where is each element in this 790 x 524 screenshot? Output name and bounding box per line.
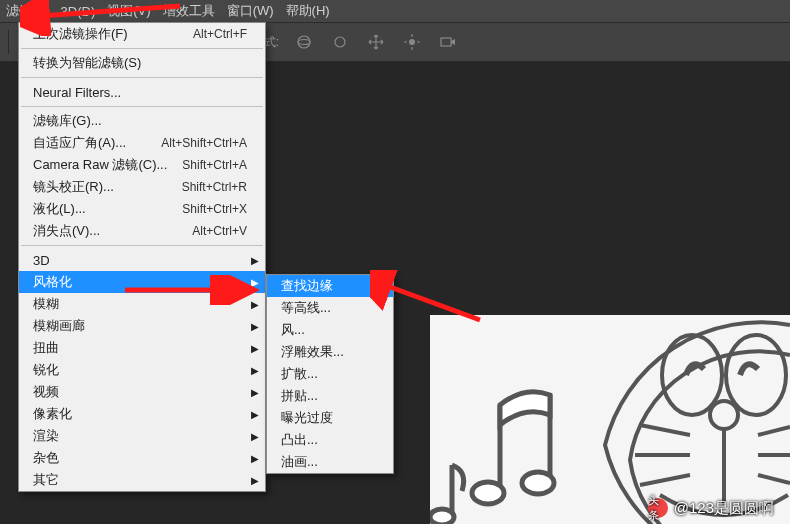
menu-item[interactable]: 液化(L)...Shift+Ctrl+X (19, 198, 265, 220)
svg-line-25 (640, 475, 690, 485)
submenu-item-label: 凸出... (281, 431, 375, 449)
menu-item[interactable]: 锐化▶ (19, 359, 265, 381)
menu-item[interactable]: 自适应广角(A)...Alt+Shift+Ctrl+A (19, 132, 265, 154)
menu-help[interactable]: 帮助(H) (286, 2, 330, 20)
submenu-item-label: 浮雕效果... (281, 343, 375, 361)
svg-rect-18 (441, 38, 451, 46)
watermark-badge-icon: 头条 (648, 498, 668, 518)
menu-item-label: 像素化 (33, 405, 247, 423)
menu-separator (21, 245, 263, 246)
menu-window[interactable]: 窗口(W) (227, 2, 274, 20)
submenu-item-label: 等高线... (281, 299, 375, 317)
menu-item[interactable]: 杂色▶ (19, 447, 265, 469)
watermark: 头条 @123是圆圆啊 (648, 498, 774, 518)
svg-point-20 (726, 335, 786, 415)
submenu-item[interactable]: 查找边缘 (267, 275, 393, 297)
svg-line-26 (758, 427, 790, 435)
menu-item[interactable]: 上次滤镜操作(F)Alt+Ctrl+F (19, 23, 265, 45)
submenu-arrow-icon: ▶ (251, 277, 259, 288)
menu-item-label: 其它 (33, 471, 247, 489)
menu-item-label: 液化(L)... (33, 200, 182, 218)
menu-separator (21, 77, 263, 78)
menu-item-label: 杂色 (33, 449, 247, 467)
submenu-arrow-icon: ▶ (251, 321, 259, 332)
menu-item-label: 上次滤镜操作(F) (33, 25, 193, 43)
menubar: 滤镜(T) 3D(D) 视图(V) 增效工具 窗口(W) 帮助(H) (0, 0, 790, 22)
submenu-arrow-icon: ▶ (251, 453, 259, 464)
menu-item-shortcut: Alt+Shift+Ctrl+A (161, 136, 247, 150)
menu-item[interactable]: 模糊画廊▶ (19, 315, 265, 337)
svg-line-23 (640, 425, 690, 435)
menu-item-label: 扭曲 (33, 339, 247, 357)
orbit-icon[interactable] (293, 31, 315, 53)
menu-item-shortcut: Shift+Ctrl+X (182, 202, 247, 216)
camera-icon[interactable] (437, 31, 459, 53)
pan-icon[interactable] (329, 31, 351, 53)
menu-item-label: 镜头校正(R)... (33, 178, 182, 196)
submenu-item[interactable]: 浮雕效果... (267, 341, 393, 363)
svg-line-28 (758, 475, 790, 483)
submenu-arrow-icon: ▶ (251, 255, 259, 266)
submenu-arrow-icon: ▶ (251, 299, 259, 310)
submenu-item-label: 油画... (281, 453, 375, 471)
menu-item-label: 消失点(V)... (33, 222, 192, 240)
menu-item-label: 模糊 (33, 295, 247, 313)
menu-item-shortcut: Shift+Ctrl+A (182, 158, 247, 172)
submenu-item[interactable]: 凸出... (267, 429, 393, 451)
divider (8, 30, 9, 54)
menu-item-shortcut: Alt+Ctrl+V (192, 224, 247, 238)
menu-plugins[interactable]: 增效工具 (163, 2, 215, 20)
menu-separator (21, 48, 263, 49)
submenu-arrow-icon: ▶ (251, 343, 259, 354)
menu-item[interactable]: 消失点(V)...Alt+Ctrl+V (19, 220, 265, 242)
submenu-item[interactable]: 等高线... (267, 297, 393, 319)
submenu-item-label: 查找边缘 (281, 277, 375, 295)
menu-item[interactable]: 3D▶ (19, 249, 265, 271)
svg-point-21 (710, 401, 738, 429)
menu-item-label: 滤镜库(G)... (33, 112, 247, 130)
submenu-item[interactable]: 油画... (267, 451, 393, 473)
submenu-item[interactable]: 扩散... (267, 363, 393, 385)
watermark-text: @123是圆圆啊 (674, 499, 774, 518)
menu-item-label: 锐化 (33, 361, 247, 379)
menu-item[interactable]: Camera Raw 滤镜(C)...Shift+Ctrl+A (19, 154, 265, 176)
filter-menu-dropdown: 上次滤镜操作(F)Alt+Ctrl+F转换为智能滤镜(S)Neural Filt… (18, 22, 266, 492)
light-icon[interactable] (401, 31, 423, 53)
menu-item[interactable]: 转换为智能滤镜(S) (19, 52, 265, 74)
menu-item[interactable]: 模糊▶ (19, 293, 265, 315)
svg-point-29 (472, 482, 504, 504)
submenu-arrow-icon: ▶ (251, 365, 259, 376)
menu-item-label: 转换为智能滤镜(S) (33, 54, 247, 72)
menu-item-label: Neural Filters... (33, 85, 247, 100)
menu-item[interactable]: 扭曲▶ (19, 337, 265, 359)
menu-item[interactable]: 滤镜库(G)... (19, 110, 265, 132)
menu-item[interactable]: 像素化▶ (19, 403, 265, 425)
menu-item[interactable]: 其它▶ (19, 469, 265, 491)
submenu-arrow-icon: ▶ (251, 409, 259, 420)
menu-item[interactable]: 视频▶ (19, 381, 265, 403)
menu-item[interactable]: 风格化▶ (19, 271, 265, 293)
menu-item-label: 视频 (33, 383, 247, 401)
submenu-item[interactable]: 拼贴... (267, 385, 393, 407)
submenu-item[interactable]: 风... (267, 319, 393, 341)
submenu-item-label: 风... (281, 321, 375, 339)
move-icon[interactable] (365, 31, 387, 53)
submenu-item[interactable]: 曝光过度 (267, 407, 393, 429)
menu-view[interactable]: 视图(V) (107, 2, 150, 20)
submenu-arrow-icon: ▶ (251, 431, 259, 442)
svg-point-19 (662, 335, 722, 415)
menu-3d[interactable]: 3D(D) (61, 4, 96, 19)
submenu-item-label: 扩散... (281, 365, 375, 383)
menu-item-label: 自适应广角(A)... (33, 134, 161, 152)
svg-point-14 (298, 36, 310, 48)
menu-separator (21, 106, 263, 107)
menu-item[interactable]: Neural Filters... (19, 81, 265, 103)
submenu-item-label: 拼贴... (281, 387, 375, 405)
menu-filter[interactable]: 滤镜(T) (6, 2, 49, 20)
menu-item[interactable]: 渲染▶ (19, 425, 265, 447)
menu-item-label: 风格化 (33, 273, 247, 291)
menu-item[interactable]: 镜头校正(R)...Shift+Ctrl+R (19, 176, 265, 198)
submenu-arrow-icon: ▶ (251, 475, 259, 486)
svg-point-17 (409, 39, 415, 45)
svg-point-30 (522, 472, 554, 494)
